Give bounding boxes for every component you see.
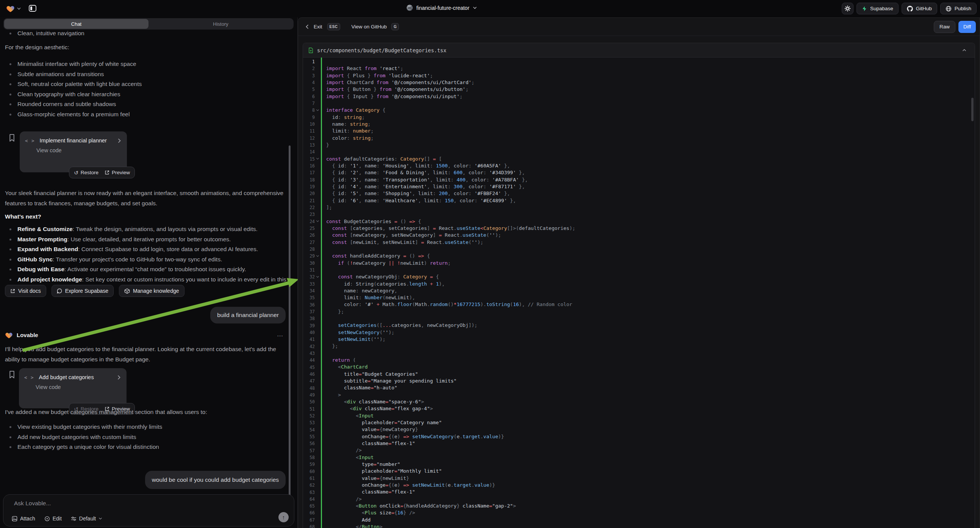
restore-button[interactable]: ↺ Restore <box>74 170 99 176</box>
explore-supabase-button[interactable]: Explore Supabase <box>51 285 114 297</box>
code-change-card: < > Add budget categories View code <box>19 368 127 408</box>
code-viewer-panel: Exit ESC View on GitHub G Raw Diff src/c… <box>298 17 980 528</box>
preview-button[interactable]: Preview <box>105 170 130 175</box>
explore-supabase-label: Explore Supabase <box>65 288 108 294</box>
lovable-logo-heart-icon[interactable] <box>6 5 15 13</box>
visit-docs-button[interactable]: Visit docs <box>5 285 46 297</box>
chevron-right-icon <box>118 375 121 380</box>
attach-button[interactable]: Attach <box>12 515 35 522</box>
esc-key-hint: ESC <box>327 23 340 30</box>
chat-scrollbar-thumb[interactable] <box>289 145 291 510</box>
help-paragraph: I'll help you add budget categories to t… <box>5 344 288 364</box>
quick-actions: Visit docs Explore Supabase Manage knowl… <box>5 285 185 297</box>
diff-toggle-button[interactable]: Diff <box>958 21 976 33</box>
tab-chat[interactable]: Chat <box>4 19 148 29</box>
manage-knowledge-button[interactable]: Manage knowledge <box>119 285 184 297</box>
gear-icon <box>845 5 851 12</box>
file-header[interactable]: src/components/budget/BudgetCategories.t… <box>303 43 975 57</box>
app-window: financial-future-creator Supabase <box>0 0 980 528</box>
card-title: Implement financial planner <box>40 137 113 143</box>
supabase-icon <box>862 6 867 12</box>
chat-history-tabs: Chat History <box>3 18 294 30</box>
whats-next-list: Refine & Customize: Tweak the design, an… <box>5 224 288 295</box>
view-code-link[interactable]: View code <box>20 143 127 153</box>
publish-label: Publish <box>955 6 971 11</box>
edit-mode-button[interactable]: Edit <box>45 515 62 522</box>
list-item: Subtle animations and transitions <box>5 69 285 80</box>
supabase-label: Supabase <box>870 6 893 11</box>
card-title: Add budget categories <box>39 374 113 380</box>
restore-label: Restore <box>81 170 99 175</box>
chat-input-placeholder: Ask Lovable... <box>14 500 51 507</box>
chevron-right-icon <box>118 138 121 143</box>
assistant-name: Lovable <box>17 332 38 338</box>
exit-button[interactable]: Exit <box>313 24 322 30</box>
bookmark-icon[interactable] <box>8 134 16 142</box>
image-icon <box>12 516 18 522</box>
github-label: GitHub <box>916 6 932 11</box>
project-name: financial-future-creator <box>416 5 469 11</box>
list-item: Minimalist interface with plenty of whit… <box>5 59 285 69</box>
design-aesthetic-heading: For the design aesthetic: <box>5 42 285 52</box>
code-scrollbar-thumb[interactable] <box>971 98 974 121</box>
model-label: Default <box>79 515 96 522</box>
lovable-heart-icon <box>5 331 13 339</box>
sidebar-toggle-icon[interactable] <box>29 4 37 13</box>
preview-label: Preview <box>112 170 130 175</box>
view-code-link[interactable]: View code <box>19 380 127 390</box>
chat-panel: Chat History Clean, intuitive navigation… <box>0 17 298 528</box>
top-bar: financial-future-creator Supabase <box>0 0 980 17</box>
list-item: Rounded corners and subtle shadows <box>5 99 285 110</box>
project-selector[interactable]: financial-future-creator <box>406 5 477 11</box>
code-change-card: < > Implement financial planner View cod… <box>20 132 127 172</box>
arrow-up-icon: ↑ <box>282 514 285 520</box>
restore-preview-pill: ↺ Restore Preview <box>69 167 135 178</box>
chevron-down-icon <box>473 6 477 9</box>
supabase-button[interactable]: Supabase <box>856 3 899 14</box>
list-item: Refine & Customize: Tweak the design, an… <box>5 224 288 234</box>
globe-icon <box>945 6 951 12</box>
chat-bubble-icon <box>57 288 62 294</box>
send-button[interactable]: ↑ <box>278 512 289 522</box>
manage-knowledge-label: Manage knowledge <box>133 288 179 294</box>
model-selector[interactable]: Default <box>71 515 102 522</box>
sliders-icon <box>71 516 76 521</box>
github-icon <box>907 6 913 12</box>
publish-button[interactable]: Publish <box>940 3 977 14</box>
visit-docs-label: Visit docs <box>18 288 41 294</box>
user-message-text: would be cool if you could add budget ca… <box>152 477 279 483</box>
list-item: Glass-morphic elements for a premium fee… <box>5 110 285 120</box>
github-button[interactable]: GitHub <box>902 3 937 14</box>
view-on-github-link[interactable]: View on GitHub <box>352 24 387 30</box>
file-path: src/components/budget/BudgetCategories.t… <box>317 47 446 53</box>
chevron-left-icon[interactable] <box>306 24 309 29</box>
design-bullet-list: Minimalist interface with plenty of whit… <box>5 59 285 120</box>
package-icon <box>124 288 130 294</box>
message-menu-button[interactable]: ⋯ <box>277 332 283 339</box>
external-link-icon <box>105 170 110 175</box>
tab-history[interactable]: History <box>148 19 293 29</box>
list-item: Each category gets a unique color for vi… <box>5 442 285 452</box>
chevron-down-icon[interactable] <box>17 7 21 10</box>
g-key-hint: G <box>391 23 399 30</box>
added-bullet-list: View existing budget categories with the… <box>5 422 285 452</box>
code-lines: import React from 'react';import { Plus … <box>326 58 975 528</box>
edit-label: Edit <box>52 515 62 522</box>
settings-button[interactable] <box>842 3 853 14</box>
external-link-icon <box>10 289 15 294</box>
code-gutter: 1234567891011121314151617181920212223242… <box>303 58 320 528</box>
list-item: Clean typography with clear hierarchies <box>5 89 285 100</box>
user-message-bubble: build a financial planner <box>210 307 286 323</box>
file-added-icon <box>309 47 313 53</box>
code-icon: < > <box>25 138 35 143</box>
card-title-row[interactable]: < > Implement financial planner <box>20 132 127 143</box>
card-title-row[interactable]: < > Add budget categories <box>19 368 127 380</box>
chat-input-box[interactable]: Ask Lovable... Attach Edit <box>3 494 294 526</box>
raw-toggle-button[interactable]: Raw <box>934 21 955 33</box>
attach-label: Attach <box>20 515 35 522</box>
user-message-text: build a financial planner <box>217 312 279 318</box>
list-item: Add new budget categories with custom li… <box>5 432 285 442</box>
chevron-up-icon[interactable] <box>962 49 966 51</box>
bookmark-icon[interactable] <box>8 371 16 379</box>
list-item: Clean, intuitive navigation <box>5 29 285 39</box>
